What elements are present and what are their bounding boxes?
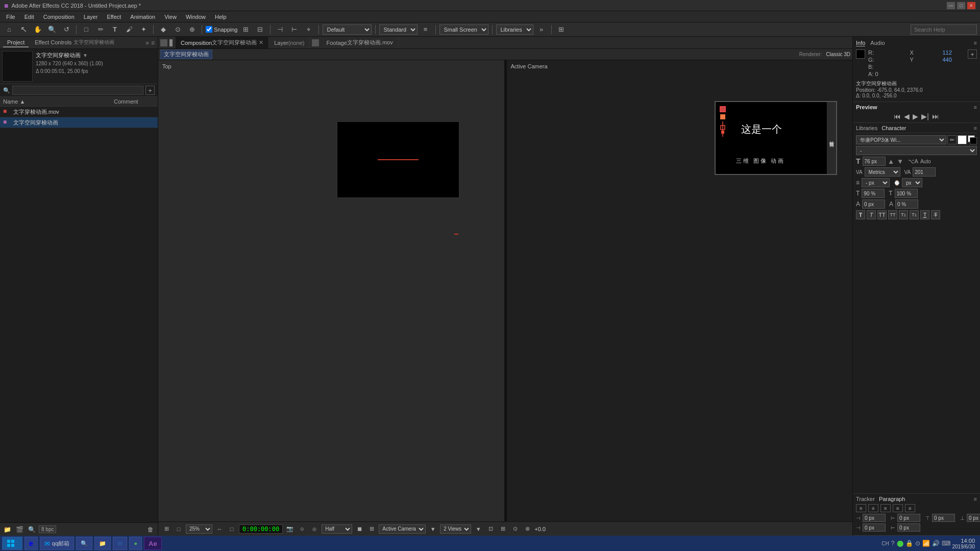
- motion-blur-btn[interactable]: ◼: [354, 524, 364, 534]
- preview-menu-btn[interactable]: ≡: [974, 104, 977, 110]
- tab-audio[interactable]: Audio: [870, 40, 885, 46]
- home-btn[interactable]: ⌂: [3, 24, 15, 35]
- menu-animation[interactable]: Animation: [126, 13, 159, 21]
- tsumi-input[interactable]: [862, 189, 885, 198]
- metrics-select[interactable]: Metrics: [865, 167, 900, 177]
- indent-right-input[interactable]: [897, 514, 920, 522]
- zoom-tool[interactable]: 🔍: [46, 24, 58, 35]
- orbit-tool[interactable]: ⊙: [172, 24, 184, 35]
- viewer-layout-btn[interactable]: ⊞: [555, 24, 568, 35]
- quality-select[interactable]: Half Full Quarter: [322, 524, 352, 534]
- name-sort-icon[interactable]: Name ▲: [3, 98, 25, 105]
- standard-select[interactable]: Standard: [379, 24, 418, 35]
- distribute-btn[interactable]: ⊢: [288, 24, 301, 35]
- info-menu-btn[interactable]: ≡: [974, 40, 977, 46]
- preview-first-btn[interactable]: ⏮: [894, 112, 901, 120]
- font-style-select[interactable]: -: [856, 146, 977, 155]
- char-menu-btn[interactable]: ≡: [974, 125, 977, 131]
- minimize-btn[interactable]: —: [946, 2, 955, 10]
- viewer-grid-btn[interactable]: ⊟: [254, 24, 266, 35]
- file-row-comp[interactable]: ■ 文字空间穿梭动画: [0, 117, 158, 128]
- align-right-btn[interactable]: ≡: [880, 504, 891, 512]
- first-indent-input[interactable]: [863, 523, 886, 532]
- pen-tool[interactable]: ✏: [94, 24, 107, 35]
- hand-tool[interactable]: ✋: [32, 24, 44, 35]
- views-select[interactable]: 2 Views 1 View 4 Views: [440, 524, 471, 534]
- taskbar-ie-btn[interactable]: e: [24, 537, 38, 550]
- tracking-input[interactable]: [913, 167, 936, 177]
- sub-btn[interactable]: T1: [910, 210, 919, 219]
- bold-btn[interactable]: T: [856, 210, 865, 219]
- menu-window[interactable]: Window: [182, 13, 210, 21]
- menu-file[interactable]: File: [2, 13, 19, 21]
- rect-tool[interactable]: □: [80, 24, 92, 35]
- libraries-select[interactable]: Libraries: [496, 24, 533, 35]
- preview-prev-btn[interactable]: ◀: [904, 112, 910, 120]
- space-before-input[interactable]: [932, 514, 955, 522]
- new-folder-btn[interactable]: 📁: [2, 524, 12, 535]
- align-justify2-btn[interactable]: ≡: [905, 504, 915, 512]
- panel-tab-expand[interactable]: »: [145, 39, 149, 46]
- tate-input[interactable]: [895, 189, 918, 198]
- workspace-menu-btn[interactable]: ≡: [420, 24, 432, 35]
- add-footage-btn[interactable]: +: [145, 86, 155, 95]
- text-tool[interactable]: T: [109, 24, 121, 35]
- indent-left-input[interactable]: [863, 514, 886, 522]
- overlay-btn[interactable]: ◎: [309, 524, 320, 534]
- snapping-toggle[interactable]: Snapping: [206, 26, 238, 33]
- menu-edit[interactable]: Edit: [20, 13, 38, 21]
- pixel-ratio-btn[interactable]: □: [227, 524, 237, 534]
- size-up-btn[interactable]: ▲: [888, 158, 895, 165]
- tab-effect-controls[interactable]: Effect Controls 文字空间穿梭动画: [31, 38, 118, 48]
- taskbar-word-btn[interactable]: W: [113, 537, 127, 550]
- render-btn[interactable]: ⊞: [366, 524, 377, 534]
- ul-btn[interactable]: T: [920, 210, 929, 219]
- comp-tab-footage[interactable]: Footage 文字穿梭动画.mov: [321, 37, 398, 48]
- viewer-comp-btn[interactable]: ⊞: [161, 524, 172, 534]
- select-tool[interactable]: ↖: [17, 24, 30, 35]
- tab-libraries[interactable]: Libraries: [856, 125, 877, 131]
- 3d-extra-btn[interactable]: ⊙: [510, 524, 520, 534]
- slant-input[interactable]: [895, 199, 918, 209]
- 3d-cam-btn[interactable]: ⊗: [522, 524, 532, 534]
- fit-btn[interactable]: ↔: [214, 524, 225, 534]
- menu-layer[interactable]: Layer: [80, 13, 102, 21]
- taskbar-search-btn[interactable]: 🔍: [76, 537, 92, 550]
- size-dn-btn[interactable]: ▼: [897, 158, 904, 165]
- preview-next-btn[interactable]: ▶|: [921, 112, 929, 120]
- new-comp-btn[interactable]: 🎬: [14, 524, 24, 535]
- super-btn[interactable]: T1: [899, 210, 908, 219]
- file-row-footage[interactable]: ■ 文字穿梭动画.mov: [0, 107, 158, 117]
- tab-tracker[interactable]: Tracker: [856, 496, 875, 502]
- align-btn[interactable]: ⊣: [274, 24, 286, 35]
- delete-btn[interactable]: 🗑: [145, 524, 156, 535]
- bg-swatch[interactable]: [970, 137, 977, 144]
- align-center-btn[interactable]: ≡: [868, 504, 878, 512]
- help-search[interactable]: [911, 24, 977, 35]
- menu-view[interactable]: View: [160, 13, 181, 21]
- align-justify-btn[interactable]: ≡: [893, 504, 903, 512]
- strike-btn[interactable]: T: [931, 210, 940, 219]
- clone-tool[interactable]: ✦: [137, 24, 150, 35]
- start-button[interactable]: [2, 537, 22, 550]
- taskbar-ae-btn[interactable]: Ae: [144, 537, 162, 550]
- info-add-btn[interactable]: +: [968, 49, 977, 59]
- puppet-tool[interactable]: ◆: [157, 24, 169, 35]
- 3d-grid-btn[interactable]: ⊞: [498, 524, 508, 534]
- right-indent2-input[interactable]: [897, 523, 920, 532]
- extend-btn[interactable]: »: [535, 24, 548, 35]
- find-btn[interactable]: 🔍: [27, 524, 37, 535]
- zoom-select[interactable]: 25% 50% 100%: [186, 524, 212, 534]
- para-menu-btn[interactable]: ≡: [974, 496, 977, 502]
- views-sel-btn[interactable]: ▼: [473, 524, 483, 534]
- font-family-select[interactable]: 华康POP3体 Wi...: [856, 135, 946, 144]
- tab-info[interactable]: Info: [856, 40, 865, 46]
- search-input[interactable]: [12, 86, 143, 95]
- preview-play-btn[interactable]: ▶: [913, 112, 918, 120]
- preview-last-btn[interactable]: ⏭: [932, 112, 939, 120]
- comp-tab-comp[interactable]: Composition 文字空间穿梭动画 ✕: [176, 37, 269, 48]
- italic-btn[interactable]: T: [867, 210, 876, 219]
- panel-menu-btn[interactable]: ≡: [151, 39, 155, 46]
- tab-paragraph[interactable]: Paragraph: [879, 496, 905, 502]
- tab-character[interactable]: Character: [881, 125, 906, 131]
